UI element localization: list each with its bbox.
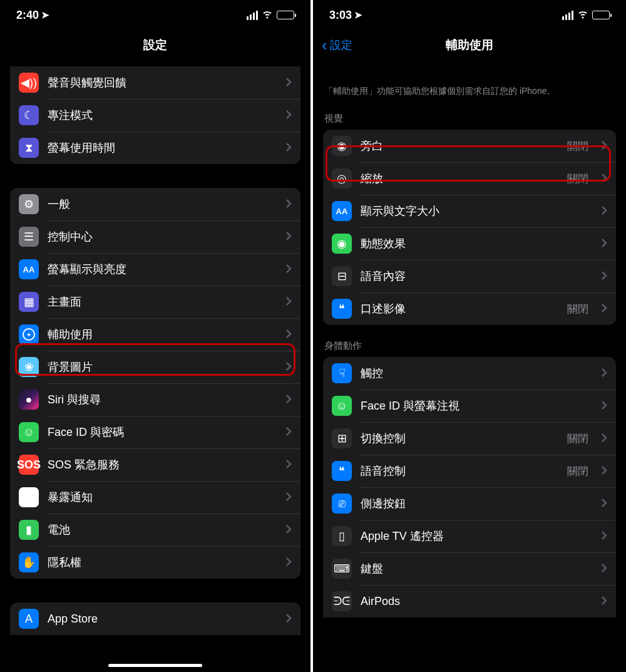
motor-row[interactable]: ⌨鍵盤 (323, 552, 616, 585)
control-center-icon: ☰ (19, 227, 39, 247)
settings-row[interactable]: ❀背景圖片 (10, 351, 300, 383)
chevron-right-icon (285, 556, 292, 570)
vision-row[interactable]: ⊟語音內容 (323, 260, 616, 292)
settings-group-3: AApp Store (10, 602, 300, 635)
chevron-right-icon (285, 458, 292, 472)
chevron-right-icon (601, 366, 607, 381)
settings-group-1: ◀︎))聲音與觸覺回饋☾專注模式⧗螢幕使用時間 (10, 66, 300, 164)
settings-row[interactable]: ✋隱私權 (10, 546, 300, 579)
settings-row[interactable]: ▮電池 (10, 514, 300, 546)
home-screen-icon: ▦ (19, 292, 39, 312)
motor-row[interactable]: ⊞切換控制關閉 (323, 422, 616, 455)
section-header-vision: 視覺 (313, 113, 626, 125)
back-button[interactable]: ‹ 設定 (322, 30, 352, 60)
settings-row[interactable]: ☾專注模式 (10, 99, 300, 132)
row-label: 電池 (48, 522, 277, 537)
settings-row[interactable]: ☺Face ID 與密碼 (10, 416, 300, 448)
settings-row[interactable]: ▦主畫面 (10, 286, 300, 318)
chevron-right-icon (285, 262, 292, 277)
airpods-icon: ᕭᕮ (332, 591, 352, 611)
chevron-right-icon (285, 612, 292, 626)
chevron-right-icon (601, 464, 607, 478)
location-icon: ➤ (354, 9, 362, 21)
status-value: 關閉 (567, 464, 588, 478)
switch-icon: ⊞ (332, 428, 352, 448)
section-description: 「輔助使用」功能可協助您根據個別需求自訂您的 iPhone。 (313, 84, 626, 98)
voice-control-icon: ❝ (332, 461, 352, 481)
settings-row[interactable]: ◀︎))聲音與觸覺回饋 (10, 66, 300, 99)
voiceover-icon: ◉ (332, 136, 352, 156)
chevron-right-icon (601, 497, 607, 511)
row-label: 語音控制 (361, 463, 558, 478)
battery-icon: ▮ (19, 520, 39, 540)
wallpaper-icon: ❀ (19, 357, 39, 377)
row-label: 側邊按鈕 (361, 496, 592, 511)
faceid-attn-icon: ☺ (332, 396, 352, 416)
vision-row[interactable]: ❝口述影像關閉 (323, 292, 616, 325)
settings-row[interactable]: 輔助使用 (10, 318, 300, 351)
status-value: 關閉 (567, 172, 588, 186)
status-value: 關閉 (567, 139, 588, 153)
row-label: 一般 (48, 197, 277, 212)
audio-desc-icon: ❝ (332, 299, 352, 319)
cellular-icon (562, 11, 573, 20)
vision-row[interactable]: ◉動態效果 (323, 227, 616, 260)
settings-row[interactable]: ⧗螢幕使用時間 (10, 132, 300, 164)
appletv-icon: ▯ (332, 526, 352, 546)
chevron-right-icon (285, 230, 292, 244)
row-label: Siri 與搜尋 (48, 392, 277, 407)
motor-row[interactable]: ☟觸控 (323, 357, 616, 390)
row-label: 鍵盤 (361, 561, 592, 576)
motor-row[interactable]: ☺Face ID 與螢幕注視 (323, 390, 616, 422)
motor-group: ☟觸控☺Face ID 與螢幕注視⊞切換控制關閉❝語音控制關閉⎚側邊按鈕▯App… (323, 357, 616, 618)
appstore-icon: A (19, 609, 39, 629)
accessibility-icon (19, 324, 39, 344)
chevron-right-icon (285, 328, 292, 342)
chevron-left-icon: ‹ (322, 37, 327, 53)
status-bar: 2:40 ➤ (0, 0, 310, 30)
settings-row[interactable]: ●Siri 與搜尋 (10, 383, 300, 416)
spoken-icon: ⊟ (332, 266, 352, 286)
row-label: 主畫面 (48, 294, 277, 309)
motor-row[interactable]: ❝語音控制關閉 (323, 455, 616, 487)
chevron-right-icon (601, 529, 607, 544)
settings-row[interactable]: SOSSOS 緊急服務 (10, 448, 300, 481)
left-phone-screen: 2:40 ➤ 設定 ◀︎))聲音與觸覺回饋☾專注模式⧗螢幕使用時間 ⚙一般☰控制… (0, 0, 313, 672)
motor-row[interactable]: ᕭᕮAirPods (323, 585, 616, 618)
vision-row[interactable]: AA顯示與文字大小 (323, 195, 616, 227)
row-label: Face ID 與螢幕注視 (361, 398, 592, 413)
settings-row[interactable]: ⚙一般 (10, 188, 300, 220)
row-label: 隱私權 (48, 555, 277, 570)
status-value: 關閉 (567, 432, 588, 446)
screentime-icon: ⧗ (19, 138, 39, 158)
row-label: 暴露通知 (48, 490, 277, 505)
general-icon: ⚙ (19, 194, 39, 214)
exposure-icon: ✱ (19, 487, 39, 507)
motion-icon: ◉ (332, 234, 352, 254)
cellular-icon (247, 11, 258, 20)
row-label: SOS 緊急服務 (48, 457, 277, 472)
row-label: AirPods (361, 595, 592, 608)
status-time: 2:40 (16, 9, 39, 22)
row-label: 輔助使用 (48, 327, 277, 342)
row-label: 螢幕使用時間 (48, 140, 277, 155)
chevron-right-icon (601, 269, 607, 284)
textsize-icon: AA (332, 201, 352, 221)
section-header-motor: 身體動作 (313, 340, 626, 352)
chevron-right-icon (601, 302, 607, 316)
chevron-right-icon (601, 139, 607, 153)
home-indicator[interactable] (108, 664, 202, 667)
vision-row[interactable]: ◎縮放關閉 (323, 162, 616, 195)
settings-row[interactable]: ☰控制中心 (10, 220, 300, 253)
settings-row[interactable]: AA螢幕顯示與亮度 (10, 253, 300, 286)
back-label: 設定 (330, 38, 352, 53)
chevron-right-icon (285, 393, 292, 407)
motor-row[interactable]: ▯Apple TV 遙控器 (323, 520, 616, 552)
settings-row[interactable]: ✱暴露通知 (10, 481, 300, 514)
motor-row[interactable]: ⎚側邊按鈕 (323, 487, 616, 520)
nav-header: 設定 (0, 30, 310, 60)
settings-row[interactable]: AApp Store (10, 602, 300, 635)
row-label: 語音內容 (361, 269, 592, 284)
vision-row[interactable]: ◉旁白關閉 (323, 130, 616, 162)
chevron-right-icon (601, 399, 607, 413)
